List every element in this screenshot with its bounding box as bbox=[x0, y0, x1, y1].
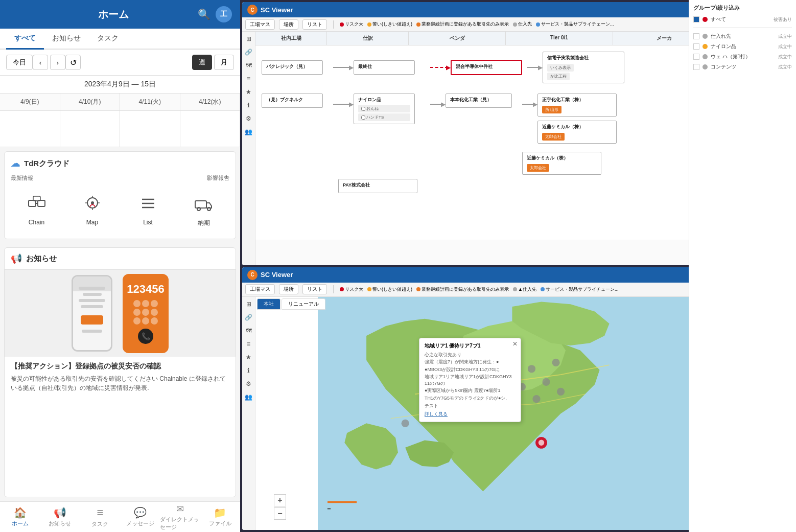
nav-buttons: ‹ › bbox=[33, 55, 65, 70]
sidebar-icon-map[interactable]: 🗺 bbox=[244, 60, 254, 71]
user-avatar[interactable]: 工 bbox=[216, 6, 232, 22]
col-header-2: ベンダ bbox=[409, 32, 506, 45]
sidebar-icon-list[interactable]: ≡ bbox=[244, 74, 254, 84]
popup-row-2: ●MBOr3が設計CDKGHY3 11の7Gに bbox=[425, 366, 516, 373]
call-button[interactable]: 📞 bbox=[138, 329, 153, 344]
nav-direct-label: ダイレクトメッセージ bbox=[160, 516, 200, 531]
map-sidebar-icon-0[interactable]: ⊞ bbox=[244, 299, 254, 309]
nav-direct[interactable]: ✉ ダイレクトメッセージ bbox=[160, 502, 200, 532]
tab-renewal[interactable]: リニューアル bbox=[282, 298, 325, 310]
megaphone-icon: 📢 bbox=[11, 253, 22, 264]
map-toolbar-btn-1[interactable]: 場所 bbox=[279, 284, 298, 294]
refresh-button[interactable]: ↺ bbox=[65, 55, 81, 70]
map-sidebar-icon-5[interactable]: ℹ bbox=[244, 365, 254, 376]
popup-close-button[interactable]: ✕ bbox=[512, 340, 518, 348]
map-label: Map bbox=[86, 219, 98, 226]
next-button[interactable]: › bbox=[50, 55, 65, 70]
popup-more-link[interactable]: 詳しく見る bbox=[425, 411, 516, 418]
news-nav-icon: 📢 bbox=[54, 506, 66, 519]
app-header: ホーム 🔍 工 bbox=[0, 0, 240, 29]
nav-home[interactable]: 🏠 ホーム bbox=[0, 502, 40, 532]
node-nairon[interactable]: ナイロン品 おんね ハンドTS bbox=[354, 94, 415, 124]
map-sidebar-icon-3[interactable]: ≡ bbox=[244, 339, 254, 349]
svg-rect-1 bbox=[38, 200, 45, 206]
node-seiu[interactable]: 正宇化化工業（株） 所 山形 bbox=[537, 94, 617, 117]
node-kondo-lower[interactable]: 近藤ケミカル（株） 太郎会社 bbox=[522, 152, 601, 175]
tab-all[interactable]: すべて bbox=[6, 29, 44, 50]
nav-messages[interactable]: 💬 メッセージ bbox=[120, 502, 160, 532]
svg-point-24 bbox=[542, 378, 550, 385]
legend-4: サービス・製品サプライチェーン... bbox=[536, 21, 614, 28]
news-article-title[interactable]: 【推奨アクション】登録拠点の被災安否の確認 bbox=[11, 362, 229, 371]
node-shin-denshi[interactable]: 信電子実装製造会社 いくみ表示 か比工程 bbox=[543, 52, 624, 83]
sidebar-icon-chain[interactable]: 🔗 bbox=[244, 47, 254, 57]
node-saishushi[interactable]: 最終仕 bbox=[354, 60, 415, 75]
main-tabs: すべて お知らせ タスク bbox=[0, 29, 240, 50]
week-view-button[interactable]: 週 bbox=[192, 55, 212, 70]
cal-cell-2[interactable] bbox=[120, 111, 180, 147]
chain-item[interactable]: Chain bbox=[11, 186, 62, 233]
phone-orange: 123456 📞 bbox=[123, 274, 169, 353]
svg-point-6 bbox=[91, 201, 94, 204]
node-pay-left[interactable]: PAY株式会社 bbox=[338, 179, 417, 193]
map-sidebar-icon-1[interactable]: 🔗 bbox=[244, 312, 254, 322]
cal-cell-0[interactable] bbox=[0, 111, 60, 147]
nav-news[interactable]: 📢 お知らせ bbox=[40, 502, 80, 532]
prev-button[interactable]: ‹ bbox=[33, 55, 48, 70]
zoom-out-button[interactable]: − bbox=[274, 507, 286, 520]
popup-row-6: テスト bbox=[425, 403, 516, 409]
map-item[interactable]: Map bbox=[66, 186, 118, 233]
map-sidebar-icon-6[interactable]: ⚙ bbox=[244, 379, 254, 389]
news-text: 【推奨アクション】登録拠点の被災安否の確認 被災の可能性がある取引先の安否を確認… bbox=[5, 357, 236, 398]
delivery-item[interactable]: 納期 bbox=[178, 186, 229, 233]
sidebar-icon-expand[interactable]: ⊞ bbox=[244, 34, 254, 44]
map-toolbar-btn-2[interactable]: リスト bbox=[302, 284, 327, 294]
map-toolbar-btn-0[interactable]: 工場マス bbox=[245, 284, 275, 294]
header-right-icons[interactable]: 🔍 工 bbox=[198, 6, 232, 22]
sidebar-icon-settings[interactable]: ⚙ bbox=[244, 113, 254, 124]
tab-tasks[interactable]: タスク bbox=[89, 29, 127, 50]
svg-point-21 bbox=[552, 358, 559, 366]
chain-icon bbox=[25, 191, 49, 216]
toolbar-btn-1[interactable]: 場所 bbox=[279, 19, 298, 30]
today-button[interactable]: 今日 bbox=[6, 55, 33, 70]
svg-point-16 bbox=[207, 207, 210, 211]
tab-honsha[interactable]: 本社 bbox=[257, 298, 280, 310]
sc-sidebar-bottom: ⊞ 🔗 🗺 ≡ ★ ℹ ⚙ 👥 bbox=[242, 297, 255, 530]
tab-news[interactable]: お知らせ bbox=[44, 29, 89, 50]
toolbar-btn-0[interactable]: 工場マス bbox=[245, 19, 275, 30]
node-bakurejik[interactable]: バクレジック（見） bbox=[262, 60, 323, 75]
node-honhon[interactable]: 本本化化工業（見） bbox=[446, 94, 512, 108]
search-icon[interactable]: 🔍 bbox=[198, 8, 210, 20]
list-label: List bbox=[143, 219, 153, 226]
map-sidebar-icon-4[interactable]: ★ bbox=[244, 352, 254, 362]
sidebar-icon-info[interactable]: ℹ bbox=[244, 100, 254, 110]
home-icon: 🏠 bbox=[14, 506, 27, 519]
month-view-button[interactable]: 月 bbox=[214, 55, 234, 70]
nav-files[interactable]: 📁 ファイル bbox=[200, 502, 240, 532]
nav-tasks[interactable]: ≡ タスク bbox=[80, 502, 120, 532]
sidebar-icon-group[interactable]: 👥 bbox=[244, 127, 254, 137]
tdr-cloud-title: ☁ TdRクラウド bbox=[11, 158, 229, 169]
map-sidebar-icon-7[interactable]: 👥 bbox=[244, 392, 254, 402]
toolbar-btn-2[interactable]: リスト bbox=[302, 19, 327, 30]
map-legend-4: サービス・製品サプライチェーン... bbox=[541, 286, 619, 293]
files-icon: 📁 bbox=[214, 506, 226, 519]
map-legend-3: ▲ 仕入先 bbox=[513, 286, 536, 293]
app-title: ホーム bbox=[29, 8, 198, 21]
impact-report-label: 影響報告 bbox=[207, 174, 229, 182]
popup-row-1: 強震（震度7）が関東地方に発生：● bbox=[425, 359, 516, 365]
node-kongohandotai[interactable]: 混合半導体中件社 bbox=[451, 60, 522, 75]
sidebar-icon-star[interactable]: ★ bbox=[244, 87, 254, 97]
zoom-in-button[interactable]: + bbox=[274, 494, 286, 506]
legend-items-bottom: リスク大 警い(しきい値超え) 業務継続計画に登録がある取引先のみ表示 ▲ 仕入… bbox=[340, 286, 618, 293]
map-sidebar-icon-2[interactable]: 🗺 bbox=[244, 326, 254, 336]
sc-sidebar-top: ⊞ 🔗 🗺 ≡ ★ ℹ ⚙ 👥 bbox=[242, 32, 255, 265]
list-item[interactable]: List bbox=[122, 186, 174, 233]
left-panel: ホーム 🔍 工 すべて お知らせ タスク 今日 ‹ › ↺ 週 月 2023年4… bbox=[0, 0, 240, 532]
cal-cell-1[interactable] bbox=[60, 111, 121, 147]
tdr-icon-grid: Chain Map bbox=[11, 186, 229, 233]
cal-cell-3[interactable] bbox=[180, 111, 241, 147]
node-kondo-top[interactable]: 近藤ケミカル（株） 太郎会社 bbox=[537, 121, 617, 144]
node-pukuneruku[interactable]: （見）プクネルク bbox=[262, 94, 323, 108]
